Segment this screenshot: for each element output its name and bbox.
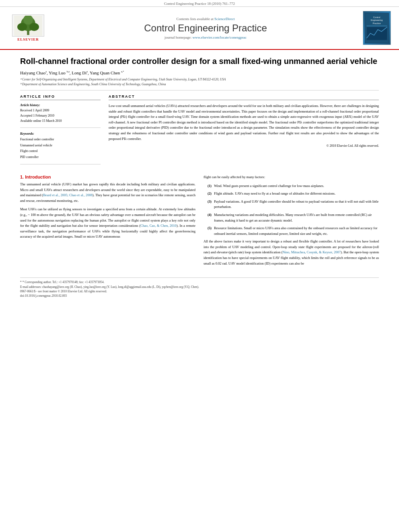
divider-keywords xyxy=(20,127,101,128)
keywords-list: Fractional order controller Unmanned aer… xyxy=(20,137,101,160)
abstract-column: ABSTRACT Low-cost small unmanned aerial … xyxy=(109,94,379,168)
history-title: Article history: xyxy=(20,103,101,107)
section1-title: 1. Introduction xyxy=(20,175,195,179)
journal-header: ELSEVIER Contents lists available at Sci… xyxy=(0,7,399,50)
factor-2: (2) Flight altitude. UAVs may need to fl… xyxy=(208,191,379,197)
article-info-heading: ARTICLE INFO xyxy=(20,94,101,100)
affiliation-b: ᵇ Department of Automation Science and E… xyxy=(20,82,379,86)
keyword-3: Flight control xyxy=(20,148,101,154)
authors-text: Haiyang Chaoa, Ying Luo b,a, Long Dia, Y… xyxy=(20,70,124,75)
copyright-footer: 0967-0661/$ - see front matter © 2010 El… xyxy=(20,290,379,293)
article-title: Roll-channel fractional order controller… xyxy=(20,56,379,66)
svg-point-3 xyxy=(17,23,27,31)
keywords-title: Keywords: xyxy=(20,132,101,136)
body-para-2: Most UAVs can be utilized as flying sens… xyxy=(20,207,195,240)
elsevier-logo: ELSEVIER xyxy=(8,14,48,41)
abstract-text: Low-cost small unmanned aerial vehicles … xyxy=(109,103,379,142)
svg-text:Engineering: Engineering xyxy=(371,19,383,21)
svg-point-4 xyxy=(29,23,39,31)
keyword-4: PID controller xyxy=(20,154,101,160)
factor-5-num: (5) xyxy=(208,226,212,236)
factor-1-num: (1) xyxy=(208,183,212,189)
body-content: 1. Introduction The unmanned aerial vehi… xyxy=(20,175,379,269)
body-right-column: flight can be easily affected by many fa… xyxy=(204,175,379,269)
homepage-url[interactable]: www.elsevier.com/locate/conengprac xyxy=(193,35,247,39)
doi-line: doi:10.1016/j.conengprac.2010.02.003 xyxy=(20,294,379,298)
factor-5-text: Resource limitations. Small or micro UAV… xyxy=(214,226,379,236)
corresponding-author-text: * Corresponding author. Tel.: +1 4357970… xyxy=(23,280,105,284)
article-content: Roll-channel fractional order controller… xyxy=(0,50,399,304)
factors-list: (1) Wind. Wind gusts present a significa… xyxy=(208,183,379,237)
corresponding-author-note: * * Corresponding author. Tel.: +1 43579… xyxy=(20,280,379,284)
journal-cover-image: Control Engineering Practice xyxy=(363,11,391,45)
received-date: Received 1 April 2009 xyxy=(20,108,101,113)
journal-cover-svg: Control Engineering Practice xyxy=(365,12,389,45)
keyword-2: Unmanned aerial vehicle xyxy=(20,143,101,148)
abstract-copyright: © 2010 Elsevier Ltd. All rights reserved… xyxy=(109,144,379,148)
factor-5: (5) Resource limitations. Small or micro… xyxy=(208,226,379,236)
article-history: Article history: Received 1 April 2009 A… xyxy=(20,103,101,123)
accepted-date: Accepted 1 February 2010 xyxy=(20,113,101,119)
page-container: Control Engineering Practice 18 (2010) 7… xyxy=(0,0,399,304)
keywords-section: Keywords: Fractional order controller Un… xyxy=(20,132,101,160)
ref-nino: Nino, Mitrachea, Cosynk, & Keyser, 2007 xyxy=(282,250,341,254)
divider-1 xyxy=(20,90,379,90)
right-intro: flight can be easily affected by many fa… xyxy=(204,175,379,180)
factor-3-text: Payload variations. A good UAV flight co… xyxy=(214,199,379,210)
article-info-abstract: ARTICLE INFO Article history: Received 1… xyxy=(20,94,379,168)
authors-line: Haiyang Chaoa, Ying Luo b,a, Long Dia, Y… xyxy=(20,70,379,75)
factor-4-num: (4) xyxy=(208,212,212,223)
journal-reference-bar: Control Engineering Practice 18 (2010) 7… xyxy=(0,0,399,7)
factor-2-num: (2) xyxy=(208,191,212,197)
svg-text:Control: Control xyxy=(373,16,380,18)
journal-reference: Control Engineering Practice 18 (2010) 7… xyxy=(164,2,235,6)
affiliation-a: ᵃ Center for Self-Organizing and Intelli… xyxy=(20,78,379,81)
factor-3: (3) Payload variations. A good UAV fligh… xyxy=(208,199,379,210)
body-left-column: 1. Introduction The unmanned aerial vehi… xyxy=(20,175,195,269)
ref-chao2010: Chao, Cao, & Chen, 2010 xyxy=(140,224,177,228)
article-footer: * * Corresponding author. Tel.: +1 43579… xyxy=(20,277,379,298)
sciencedirect-label: Contents lists available at ScienceDirec… xyxy=(56,17,355,21)
journal-homepage: journal homepage: www.elsevier.com/locat… xyxy=(56,35,355,39)
sciencedirect-link[interactable]: ScienceDirect xyxy=(214,17,234,21)
ref-beard: Beard et al., 2005; Chao et al., 2008 xyxy=(43,193,93,197)
right-para-2: All the above factors make it very impor… xyxy=(204,239,379,266)
factor-4: (4) Manufacturing variations and modelin… xyxy=(208,212,379,223)
svg-rect-12 xyxy=(367,27,387,40)
svg-text:Practice: Practice xyxy=(373,22,381,24)
available-date: Available online 15 March 2010 xyxy=(20,119,101,124)
factor-1-text: Wind. Wind gusts present a significant c… xyxy=(214,183,324,189)
keyword-1: Fractional order controller xyxy=(20,137,101,142)
factor-4-text: Manufacturing variations and modeling di… xyxy=(214,212,379,223)
divider-bottom-left xyxy=(20,164,101,164)
factor-3-num: (3) xyxy=(208,199,212,210)
article-info-column: ARTICLE INFO Article history: Received 1… xyxy=(20,94,101,168)
abstract-heading: ABSTRACT xyxy=(109,94,379,100)
journal-title: Control Engineering Practice xyxy=(56,23,355,34)
journal-center-info: Contents lists available at ScienceDirec… xyxy=(48,17,363,39)
factor-2-text: Flight altitude. UAVs may need to fly at… xyxy=(214,191,335,197)
body-para-1: The unmanned aerial vehicle (UAV) market… xyxy=(20,182,195,203)
elsevier-tree-logo xyxy=(12,14,44,37)
elsevier-brand-text: ELSEVIER xyxy=(17,37,39,41)
factor-1: (1) Wind. Wind gusts present a significa… xyxy=(208,183,379,189)
elsevier-tree-svg xyxy=(14,16,42,36)
email-addresses-note: E-mail addresses: chaohayang@ieee.org (H… xyxy=(20,285,379,289)
